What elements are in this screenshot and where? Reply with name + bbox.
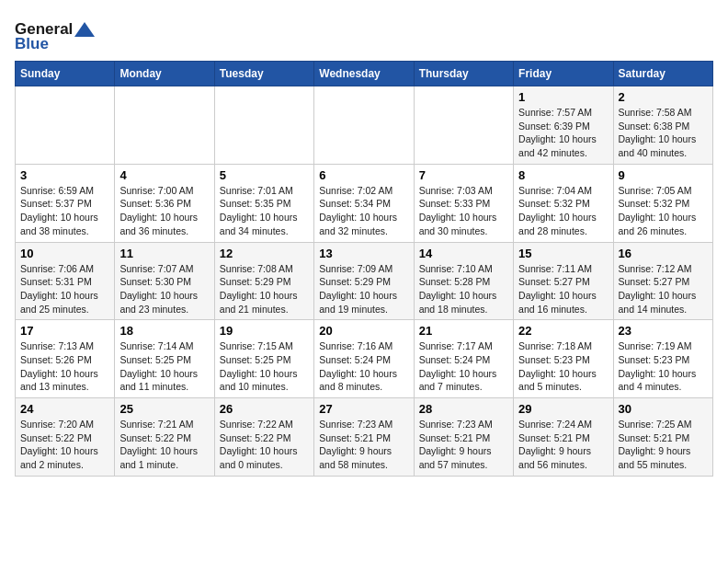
logo-triangle (74, 22, 95, 37)
day-info: Sunrise: 7:24 AM Sunset: 5:21 PM Dayligh… (518, 418, 608, 472)
day-cell: 21Sunrise: 7:17 AM Sunset: 5:24 PM Dayli… (414, 320, 513, 398)
day-info: Sunrise: 7:03 AM Sunset: 5:33 PM Dayligh… (419, 184, 508, 238)
day-cell: 30Sunrise: 7:25 AM Sunset: 5:21 PM Dayli… (613, 398, 712, 477)
day-cell: 5Sunrise: 7:01 AM Sunset: 5:35 PM Daylig… (214, 164, 313, 242)
day-cell: 20Sunrise: 7:16 AM Sunset: 5:24 PM Dayli… (314, 320, 414, 398)
day-number: 4 (119, 168, 209, 182)
day-cell: 10Sunrise: 7:06 AM Sunset: 5:31 PM Dayli… (16, 242, 115, 320)
week-row-5: 24Sunrise: 7:20 AM Sunset: 5:22 PM Dayli… (16, 398, 713, 477)
day-number: 13 (319, 247, 408, 260)
day-number: 29 (518, 402, 608, 416)
day-number: 2 (619, 90, 708, 104)
day-number: 23 (619, 324, 708, 338)
day-info: Sunrise: 7:25 AM Sunset: 5:21 PM Dayligh… (619, 418, 708, 472)
day-cell: 7Sunrise: 7:03 AM Sunset: 5:33 PM Daylig… (414, 164, 513, 242)
day-number: 26 (220, 402, 309, 416)
day-cell: 19Sunrise: 7:15 AM Sunset: 5:25 PM Dayli… (214, 320, 313, 398)
day-cell: 11Sunrise: 7:07 AM Sunset: 5:30 PM Dayli… (115, 242, 214, 320)
day-number: 7 (419, 168, 508, 182)
header-row: SundayMondayTuesdayWednesdayThursdayFrid… (16, 62, 713, 86)
week-row-3: 10Sunrise: 7:06 AM Sunset: 5:31 PM Dayli… (16, 242, 713, 320)
day-cell: 6Sunrise: 7:02 AM Sunset: 5:34 PM Daylig… (314, 164, 414, 242)
day-cell: 23Sunrise: 7:19 AM Sunset: 5:23 PM Dayli… (613, 320, 712, 398)
day-info: Sunrise: 7:07 AM Sunset: 5:30 PM Dayligh… (119, 262, 209, 316)
day-info: Sunrise: 7:23 AM Sunset: 5:21 PM Dayligh… (319, 418, 408, 472)
day-info: Sunrise: 7:02 AM Sunset: 5:34 PM Dayligh… (319, 184, 408, 238)
header-cell-wednesday: Wednesday (314, 62, 414, 86)
day-info: Sunrise: 7:05 AM Sunset: 5:32 PM Dayligh… (619, 184, 708, 238)
day-cell: 18Sunrise: 7:14 AM Sunset: 5:25 PM Dayli… (115, 320, 214, 398)
day-number: 24 (20, 402, 109, 416)
day-number: 18 (119, 324, 209, 338)
day-info: Sunrise: 7:58 AM Sunset: 6:38 PM Dayligh… (619, 106, 708, 160)
day-cell (414, 86, 513, 165)
day-cell: 28Sunrise: 7:23 AM Sunset: 5:21 PM Dayli… (414, 398, 513, 477)
header-cell-thursday: Thursday (414, 62, 513, 86)
day-info: Sunrise: 6:59 AM Sunset: 5:37 PM Dayligh… (20, 184, 109, 238)
day-cell: 15Sunrise: 7:11 AM Sunset: 5:27 PM Dayli… (514, 242, 613, 320)
day-info: Sunrise: 7:08 AM Sunset: 5:29 PM Dayligh… (220, 262, 309, 316)
day-cell (16, 86, 115, 165)
header-cell-friday: Friday (514, 62, 613, 86)
day-info: Sunrise: 7:09 AM Sunset: 5:29 PM Dayligh… (319, 262, 408, 316)
day-info: Sunrise: 7:23 AM Sunset: 5:21 PM Dayligh… (419, 418, 508, 472)
day-info: Sunrise: 7:14 AM Sunset: 5:25 PM Dayligh… (119, 339, 209, 394)
day-number: 11 (119, 247, 209, 260)
day-cell: 2Sunrise: 7:58 AM Sunset: 6:38 PM Daylig… (613, 86, 712, 165)
day-cell (314, 86, 414, 165)
svg-marker-4 (74, 22, 95, 37)
day-cell: 14Sunrise: 7:10 AM Sunset: 5:28 PM Dayli… (414, 242, 513, 320)
day-cell: 1Sunrise: 7:57 AM Sunset: 6:39 PM Daylig… (514, 86, 613, 165)
day-cell: 29Sunrise: 7:24 AM Sunset: 5:21 PM Dayli… (514, 398, 613, 477)
day-number: 25 (119, 402, 209, 416)
day-cell: 26Sunrise: 7:22 AM Sunset: 5:22 PM Dayli… (214, 398, 313, 477)
page-header: General Blue General Blue (15, 15, 713, 53)
logo: General Blue General Blue (15, 18, 97, 53)
day-number: 15 (518, 247, 608, 260)
day-info: Sunrise: 7:19 AM Sunset: 5:23 PM Dayligh… (619, 339, 708, 394)
day-number: 21 (419, 324, 508, 338)
day-cell (115, 86, 214, 165)
day-number: 17 (20, 324, 109, 338)
day-number: 3 (20, 168, 109, 182)
day-info: Sunrise: 7:20 AM Sunset: 5:22 PM Dayligh… (20, 418, 109, 472)
day-info: Sunrise: 7:22 AM Sunset: 5:22 PM Dayligh… (220, 418, 309, 472)
day-cell (214, 86, 313, 165)
day-number: 10 (20, 247, 109, 260)
day-number: 9 (619, 168, 708, 182)
day-info: Sunrise: 7:00 AM Sunset: 5:36 PM Dayligh… (119, 184, 209, 238)
header-cell-tuesday: Tuesday (214, 62, 313, 86)
day-cell: 22Sunrise: 7:18 AM Sunset: 5:23 PM Dayli… (514, 320, 613, 398)
day-info: Sunrise: 7:18 AM Sunset: 5:23 PM Dayligh… (518, 339, 608, 394)
day-cell: 16Sunrise: 7:12 AM Sunset: 5:27 PM Dayli… (613, 242, 712, 320)
day-cell: 13Sunrise: 7:09 AM Sunset: 5:29 PM Dayli… (314, 242, 414, 320)
day-number: 8 (518, 168, 608, 182)
day-info: Sunrise: 7:11 AM Sunset: 5:27 PM Dayligh… (518, 262, 608, 316)
day-info: Sunrise: 7:15 AM Sunset: 5:25 PM Dayligh… (220, 339, 309, 394)
day-cell: 25Sunrise: 7:21 AM Sunset: 5:22 PM Dayli… (115, 398, 214, 477)
day-info: Sunrise: 7:01 AM Sunset: 5:35 PM Dayligh… (220, 184, 309, 238)
day-cell: 17Sunrise: 7:13 AM Sunset: 5:26 PM Dayli… (16, 320, 115, 398)
day-number: 5 (220, 168, 309, 182)
day-cell: 27Sunrise: 7:23 AM Sunset: 5:21 PM Dayli… (314, 398, 414, 477)
day-number: 12 (220, 247, 309, 260)
day-cell: 4Sunrise: 7:00 AM Sunset: 5:36 PM Daylig… (115, 164, 214, 242)
day-info: Sunrise: 7:06 AM Sunset: 5:31 PM Dayligh… (20, 262, 109, 316)
day-cell: 3Sunrise: 6:59 AM Sunset: 5:37 PM Daylig… (16, 164, 115, 242)
day-number: 14 (419, 247, 508, 260)
day-number: 1 (518, 90, 608, 104)
logo-blue: Blue (15, 35, 49, 53)
day-info: Sunrise: 7:04 AM Sunset: 5:32 PM Dayligh… (518, 184, 608, 238)
week-row-2: 3Sunrise: 6:59 AM Sunset: 5:37 PM Daylig… (16, 164, 713, 242)
day-number: 30 (619, 402, 708, 416)
day-cell: 12Sunrise: 7:08 AM Sunset: 5:29 PM Dayli… (214, 242, 313, 320)
day-info: Sunrise: 7:10 AM Sunset: 5:28 PM Dayligh… (419, 262, 508, 316)
day-number: 27 (319, 402, 408, 416)
header-cell-saturday: Saturday (613, 62, 712, 86)
week-row-4: 17Sunrise: 7:13 AM Sunset: 5:26 PM Dayli… (16, 320, 713, 398)
day-number: 16 (619, 247, 708, 260)
calendar-table: SundayMondayTuesdayWednesdayThursdayFrid… (15, 61, 713, 477)
day-number: 20 (319, 324, 408, 338)
day-number: 19 (220, 324, 309, 338)
day-cell: 9Sunrise: 7:05 AM Sunset: 5:32 PM Daylig… (613, 164, 712, 242)
